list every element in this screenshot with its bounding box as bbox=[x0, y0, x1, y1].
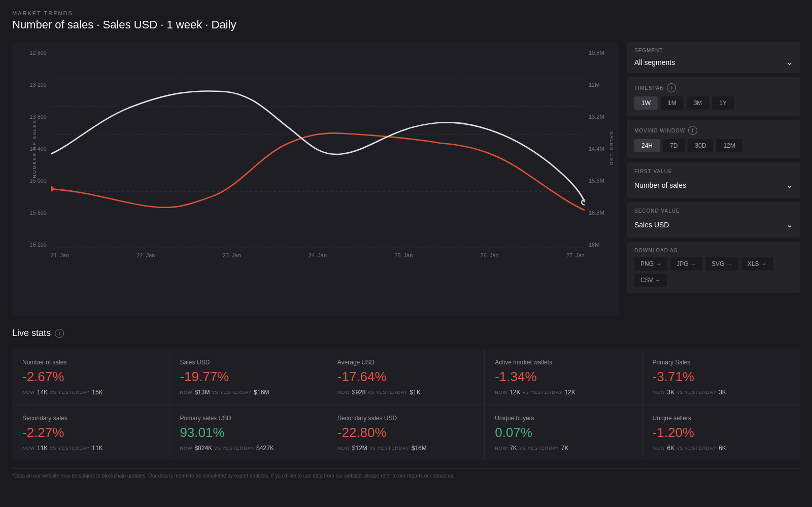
segment-value: All segments bbox=[634, 58, 675, 66]
download-jpg-button[interactable]: JPG → bbox=[670, 257, 702, 271]
stat-secondary-sales: Secondary sales -2.27% NOW 11K VS YESTER… bbox=[12, 404, 170, 460]
footnote: *Data on our website may be subject to b… bbox=[12, 468, 800, 483]
chart-svg bbox=[51, 50, 585, 248]
moving-window-card: MOVING WINDOW i 24H 7D 30D 12M bbox=[627, 120, 800, 158]
second-value-select[interactable]: Sales USD ⌄ bbox=[634, 218, 793, 231]
timespan-1m-button[interactable]: 1M bbox=[661, 96, 684, 110]
timespan-card: TIMESPAN i 1W 1M 3M 1Y bbox=[627, 77, 800, 116]
download-card: DOWNLOAD AS PNG → JPG → SVG → XLS → CSV … bbox=[627, 242, 800, 293]
chart-title: Number of sales · Sales USD · 1 week · D… bbox=[12, 18, 800, 31]
moving-window-7d-button[interactable]: 7D bbox=[663, 139, 685, 152]
app-title: MARKET TRENDS bbox=[12, 10, 800, 16]
download-xls-button[interactable]: XLS → bbox=[741, 257, 773, 271]
moving-window-30d-button[interactable]: 30D bbox=[688, 139, 713, 152]
first-value-card: First value Number of sales ⌄ bbox=[627, 162, 800, 198]
timespan-info-icon[interactable]: i bbox=[667, 83, 676, 92]
download-png-button[interactable]: PNG → bbox=[634, 257, 667, 271]
timespan-1w-button[interactable]: 1W bbox=[634, 96, 658, 110]
y-label-left: NUMBER OF SALES bbox=[32, 119, 37, 178]
download-svg-button[interactable]: SVG → bbox=[705, 257, 738, 271]
download-csv-button[interactable]: CSV → bbox=[634, 274, 667, 287]
stat-average-usd: Average USD -17.64% NOW $928 VS YESTERDA… bbox=[327, 349, 485, 404]
live-stats-section: Live stats i Number of sales -2.67% NOW … bbox=[12, 328, 800, 483]
second-value-chevron-icon: ⌄ bbox=[786, 220, 793, 229]
svg-point-8 bbox=[51, 186, 54, 192]
stat-unique-sellers: Unique sellers -1.20% NOW 6K VS YESTERDA… bbox=[642, 404, 800, 460]
second-value-card: Second value Sales USD ⌄ bbox=[627, 202, 800, 238]
y-label-right: SALES USD bbox=[610, 131, 615, 166]
segment-card: Segment All segments ⌄ bbox=[627, 42, 800, 73]
timespan-label: TIMESPAN i bbox=[634, 83, 793, 92]
timespan-3m-button[interactable]: 3M bbox=[687, 96, 709, 110]
stat-number-of-sales: Number of sales -2.67% NOW 14K VS YESTER… bbox=[12, 349, 170, 404]
stat-primary-sales: Primary Sales -3.71% NOW 3K VS YESTERDAY… bbox=[642, 349, 800, 404]
second-value-text: Sales USD bbox=[634, 221, 669, 229]
chart-area: NUMBER OF SALES 16 200 15 600 15 000 14 … bbox=[12, 42, 619, 316]
segment-label: Segment bbox=[634, 48, 793, 53]
moving-window-buttons: 24H 7D 30D 12M bbox=[634, 139, 793, 152]
moving-window-12m-button[interactable]: 12M bbox=[716, 139, 742, 152]
timespan-1y-button[interactable]: 1Y bbox=[712, 96, 734, 110]
chart-container: NUMBER OF SALES 16 200 15 600 15 000 14 … bbox=[20, 50, 615, 263]
first-value-select[interactable]: Number of sales ⌄ bbox=[634, 178, 793, 192]
moving-window-label: MOVING WINDOW i bbox=[634, 126, 793, 135]
y-axis-right: SALES USD 18M 16.8M 15.6M 14.4M 13.2M 12… bbox=[585, 50, 615, 248]
stat-sales-usd: Sales USD -19.77% NOW $13M VS YESTERDAY … bbox=[170, 349, 327, 404]
chevron-down-icon: ⌄ bbox=[786, 57, 793, 67]
stats-row-1: Number of sales -2.67% NOW 14K VS YESTER… bbox=[12, 349, 800, 404]
stats-row-2: Secondary sales -2.27% NOW 11K VS YESTER… bbox=[12, 404, 800, 460]
moving-window-info-icon[interactable]: i bbox=[688, 126, 697, 135]
stat-primary-sales-usd: Primary sales USD 93.01% NOW $824K VS YE… bbox=[170, 404, 327, 460]
chart-inner bbox=[51, 50, 585, 248]
stat-active-wallets: Active market wallets -1.34% NOW 12K VS … bbox=[485, 349, 642, 404]
first-value-chevron-icon: ⌄ bbox=[786, 180, 793, 190]
first-value-label: First value bbox=[634, 168, 793, 174]
live-stats-info-icon[interactable]: i bbox=[55, 329, 64, 338]
first-value-text: Number of sales bbox=[634, 181, 686, 189]
sidebar: Segment All segments ⌄ TIMESPAN i 1W 1M … bbox=[627, 42, 800, 316]
download-buttons: PNG → JPG → SVG → XLS → CSV → bbox=[634, 257, 793, 287]
stat-unique-buyers: Unique buyers 0.07% NOW 7K VS YESTERDAY … bbox=[485, 404, 642, 460]
timespan-buttons: 1W 1M 3M 1Y bbox=[634, 96, 793, 110]
stat-secondary-sales-usd: Secondary sales USD -22.80% NOW $12M VS … bbox=[327, 404, 485, 460]
download-label: DOWNLOAD AS bbox=[634, 248, 793, 253]
segment-select[interactable]: All segments ⌄ bbox=[634, 57, 793, 67]
live-stats-title: Live stats i bbox=[12, 328, 800, 339]
x-axis: 21. Jan 22. Jan 23. Jan 24. Jan 25. Jan … bbox=[51, 248, 585, 263]
second-value-label: Second value bbox=[634, 208, 793, 214]
moving-window-24h-button[interactable]: 24H bbox=[634, 139, 660, 152]
y-axis-left: NUMBER OF SALES 16 200 15 600 15 000 14 … bbox=[20, 50, 51, 248]
